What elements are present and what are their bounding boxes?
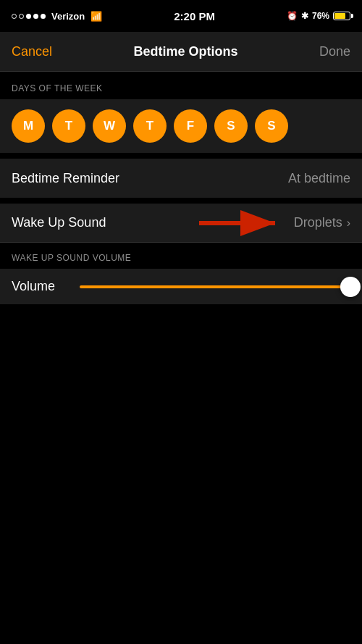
day-circle-4[interactable]: F xyxy=(174,109,207,143)
wake-up-sound-row[interactable]: Wake Up Sound Droplets › xyxy=(0,204,362,243)
status-right: ⏰ ✱ 76% xyxy=(287,11,350,21)
separator-2 xyxy=(0,198,362,204)
bedtime-reminder-row[interactable]: Bedtime Reminder At bedtime xyxy=(0,159,362,198)
battery-icon-container xyxy=(333,12,350,20)
battery-percent: 76% xyxy=(312,11,329,21)
bedtime-reminder-label: Bedtime Reminder xyxy=(12,171,119,186)
volume-row: Volume xyxy=(12,279,350,294)
signal-dots xyxy=(12,14,46,19)
day-circle-3[interactable]: T xyxy=(133,109,167,143)
day-circle-6[interactable]: S xyxy=(255,109,288,143)
done-button[interactable]: Done xyxy=(319,44,350,59)
days-row: MTWTFSS xyxy=(12,109,350,143)
volume-label: Volume xyxy=(12,279,70,294)
status-left: Verizon 📶 xyxy=(12,11,102,22)
nav-bar: Cancel Bedtime Options Done xyxy=(0,32,362,72)
day-circle-1[interactable]: T xyxy=(52,109,85,143)
bluetooth-icon: ✱ xyxy=(301,11,308,21)
wake-up-sound-value: Droplets › xyxy=(294,215,350,230)
signal-dot-1 xyxy=(12,14,17,19)
bedtime-reminder-section: Bedtime Reminder At bedtime xyxy=(0,159,362,198)
days-section-label: DAYS OF THE WEEK xyxy=(0,72,362,99)
status-time: 2:20 PM xyxy=(174,10,215,22)
volume-section-label: WAKE UP SOUND VOLUME xyxy=(0,243,362,269)
wake-up-sound-label: Wake Up Sound xyxy=(12,215,106,230)
carrier-label: Verizon xyxy=(51,11,85,22)
bedtime-reminder-value: At bedtime xyxy=(288,171,350,186)
page-title: Bedtime Options xyxy=(133,44,237,59)
battery-fill xyxy=(334,13,345,19)
volume-section: Volume xyxy=(0,269,362,304)
day-circle-2[interactable]: W xyxy=(93,109,126,143)
chevron-icon: › xyxy=(347,217,350,230)
day-circle-5[interactable]: S xyxy=(214,109,248,143)
separator-1 xyxy=(0,153,362,159)
signal-dot-4 xyxy=(33,14,38,19)
day-circle-0[interactable]: M xyxy=(12,109,45,143)
days-section: MTWTFSS xyxy=(0,99,362,153)
signal-dot-5 xyxy=(41,14,46,19)
status-bar: Verizon 📶 2:20 PM ⏰ ✱ 76% xyxy=(0,0,362,32)
signal-dot-3 xyxy=(26,14,31,19)
wake-up-sound-section: Wake Up Sound Droplets › xyxy=(0,204,362,243)
cancel-button[interactable]: Cancel xyxy=(12,44,52,59)
wifi-icon: 📶 xyxy=(90,11,102,22)
alarm-icon: ⏰ xyxy=(287,11,298,21)
battery-icon xyxy=(333,12,350,20)
volume-slider-thumb[interactable] xyxy=(340,277,361,297)
signal-dot-2 xyxy=(19,14,24,19)
volume-slider-track[interactable] xyxy=(80,285,350,288)
